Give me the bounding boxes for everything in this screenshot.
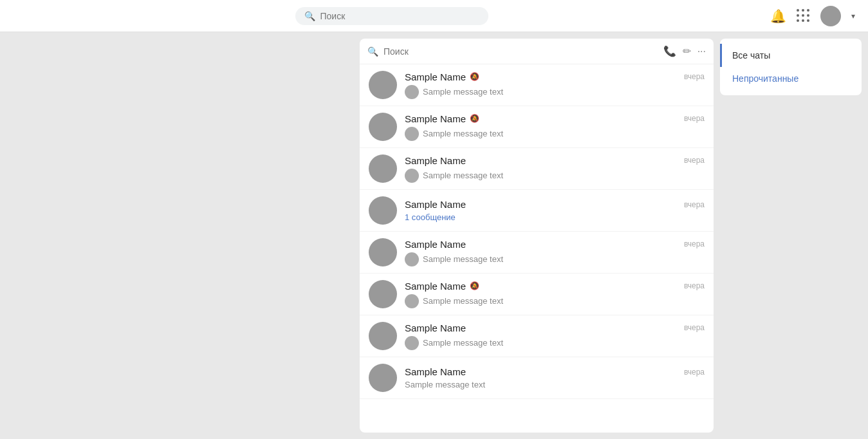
chat-name-left: Sample Name bbox=[405, 199, 466, 210]
chat-message-text: Sample message text bbox=[405, 380, 485, 389]
mute-icon: 🔕 bbox=[470, 281, 479, 290]
chat-list-item[interactable]: Sample NameвчераSample message text bbox=[360, 357, 714, 399]
chat-name-left: Sample Name bbox=[405, 322, 466, 333]
chat-info: Sample NameвчераSample message text bbox=[405, 366, 705, 389]
left-spacer bbox=[6, 39, 353, 433]
chat-message-row: 1 сообщение bbox=[405, 212, 705, 222]
filter-unread[interactable]: Непрочитанные bbox=[720, 67, 862, 90]
chat-avatar bbox=[369, 364, 397, 392]
chat-avatar bbox=[369, 71, 397, 99]
header-right-icons: 🔔 ▾ bbox=[770, 6, 855, 26]
chat-avatar bbox=[369, 280, 397, 308]
chat-name-row: Sample Name🔕вчера bbox=[405, 71, 705, 82]
chat-time: вчера bbox=[684, 200, 705, 209]
message-sender-avatar bbox=[405, 252, 419, 266]
more-options-icon[interactable]: ··· bbox=[697, 46, 706, 57]
chat-info: Sample NameвчераSample message text bbox=[405, 239, 705, 266]
chat-name-left: Sample Name🔕 bbox=[405, 71, 479, 82]
chat-name: Sample Name bbox=[405, 366, 466, 377]
chat-list-item[interactable]: Sample Name🔕вчераSample message text bbox=[360, 274, 714, 315]
chat-name-left: Sample Name bbox=[405, 239, 466, 250]
chat-list-item[interactable]: Sample NameвчераSample message text bbox=[360, 315, 714, 357]
chat-search-bar: 🔍 📞 ✏ ··· bbox=[360, 39, 714, 64]
chat-name-row: Sample Nameвчера bbox=[405, 322, 705, 333]
header-search-input[interactable] bbox=[320, 11, 479, 21]
chat-message-row: Sample message text bbox=[405, 294, 705, 308]
chat-info: Sample Name🔕вчераSample message text bbox=[405, 71, 705, 99]
phone-icon[interactable]: 📞 bbox=[663, 45, 676, 57]
chat-avatar bbox=[369, 322, 397, 350]
chat-time: вчера bbox=[684, 239, 705, 248]
chat-search-input[interactable] bbox=[383, 46, 658, 57]
chat-name-left: Sample Name bbox=[405, 155, 466, 166]
message-sender-avatar bbox=[405, 85, 419, 99]
filter-panel: Все чатыНепрочитанные bbox=[720, 39, 862, 95]
chat-info: Sample Nameвчера1 сообщение bbox=[405, 199, 705, 222]
chat-time: вчера bbox=[684, 114, 705, 123]
header-search-icon: 🔍 bbox=[304, 11, 315, 21]
app-header: 🔍 🔔 ▾ bbox=[0, 0, 868, 32]
chat-info: Sample NameвчераSample message text bbox=[405, 322, 705, 350]
chat-message-text: Sample message text bbox=[423, 296, 503, 306]
chat-message-text: Sample message text bbox=[423, 171, 503, 180]
chat-time: вчера bbox=[684, 281, 705, 290]
header-center: 🔍 bbox=[13, 7, 770, 25]
chat-name-left: Sample Name🔕 bbox=[405, 281, 479, 292]
chat-list-item[interactable]: Sample NameвчераSample message text bbox=[360, 232, 714, 274]
chat-name: Sample Name bbox=[405, 322, 466, 333]
chat-info: Sample Name🔕вчераSample message text bbox=[405, 113, 705, 141]
chat-name-left: Sample Name bbox=[405, 366, 466, 377]
chat-time: вчера bbox=[684, 323, 705, 332]
mute-icon: 🔕 bbox=[470, 72, 479, 81]
message-sender-avatar bbox=[405, 127, 419, 141]
filter-all-chats[interactable]: Все чаты bbox=[720, 44, 862, 67]
mute-icon: 🔕 bbox=[470, 114, 479, 123]
chat-message-text: Sample message text bbox=[423, 87, 503, 97]
notification-bell-icon[interactable]: 🔔 bbox=[770, 8, 786, 24]
edit-icon[interactable]: ✏ bbox=[683, 45, 691, 57]
chat-message-row: Sample message text bbox=[405, 380, 705, 389]
chat-avatar bbox=[369, 154, 397, 183]
chat-name-row: Sample Name🔕вчера bbox=[405, 281, 705, 292]
chat-unread-badge: 1 сообщение bbox=[405, 212, 456, 222]
message-sender-avatar bbox=[405, 336, 419, 350]
chat-name: Sample Name bbox=[405, 71, 466, 82]
chat-time: вчера bbox=[684, 72, 705, 81]
main-content: 🔍 📞 ✏ ··· Sample Name🔕вчераSample messag… bbox=[0, 32, 868, 439]
chat-message-text: Sample message text bbox=[423, 338, 503, 348]
chevron-down-icon[interactable]: ▾ bbox=[851, 12, 855, 21]
chat-name-left: Sample Name🔕 bbox=[405, 113, 479, 124]
chat-name: Sample Name bbox=[405, 281, 466, 292]
chat-toolbar-icons: 📞 ✏ ··· bbox=[663, 45, 706, 57]
chat-info: Sample NameвчераSample message text bbox=[405, 155, 705, 183]
chat-search-icon: 🔍 bbox=[367, 46, 378, 57]
chat-panel: 🔍 📞 ✏ ··· Sample Name🔕вчераSample messag… bbox=[360, 39, 714, 433]
chat-list-item[interactable]: Sample NameвчераSample message text bbox=[360, 148, 714, 190]
header-search-box[interactable]: 🔍 bbox=[295, 7, 488, 25]
chat-name: Sample Name bbox=[405, 239, 466, 250]
chat-avatar bbox=[369, 238, 397, 266]
chat-name: Sample Name bbox=[405, 113, 466, 124]
chat-list: Sample Name🔕вчераSample message textSamp… bbox=[360, 64, 714, 433]
chat-name-row: Sample Nameвчера bbox=[405, 155, 705, 166]
chat-name: Sample Name bbox=[405, 199, 466, 210]
chat-list-item[interactable]: Sample Name🔕вчераSample message text bbox=[360, 106, 714, 148]
chat-message-row: Sample message text bbox=[405, 85, 705, 99]
chat-message-row: Sample message text bbox=[405, 252, 705, 266]
chat-time: вчера bbox=[684, 156, 705, 165]
chat-name-row: Sample Nameвчера bbox=[405, 366, 705, 377]
message-sender-avatar bbox=[405, 294, 419, 308]
chat-list-item[interactable]: Sample Nameвчера1 сообщение bbox=[360, 190, 714, 232]
apps-grid-icon[interactable] bbox=[797, 9, 810, 23]
chat-avatar bbox=[369, 113, 397, 141]
user-avatar[interactable] bbox=[820, 6, 841, 26]
chat-list-item[interactable]: Sample Name🔕вчераSample message text bbox=[360, 64, 714, 106]
chat-name: Sample Name bbox=[405, 155, 466, 166]
chat-name-row: Sample Nameвчера bbox=[405, 239, 705, 250]
chat-message-row: Sample message text bbox=[405, 169, 705, 183]
chat-name-row: Sample Nameвчера bbox=[405, 199, 705, 210]
chat-message-row: Sample message text bbox=[405, 127, 705, 141]
chat-message-row: Sample message text bbox=[405, 336, 705, 350]
chat-message-text: Sample message text bbox=[423, 254, 503, 264]
chat-info: Sample Name🔕вчераSample message text bbox=[405, 281, 705, 308]
